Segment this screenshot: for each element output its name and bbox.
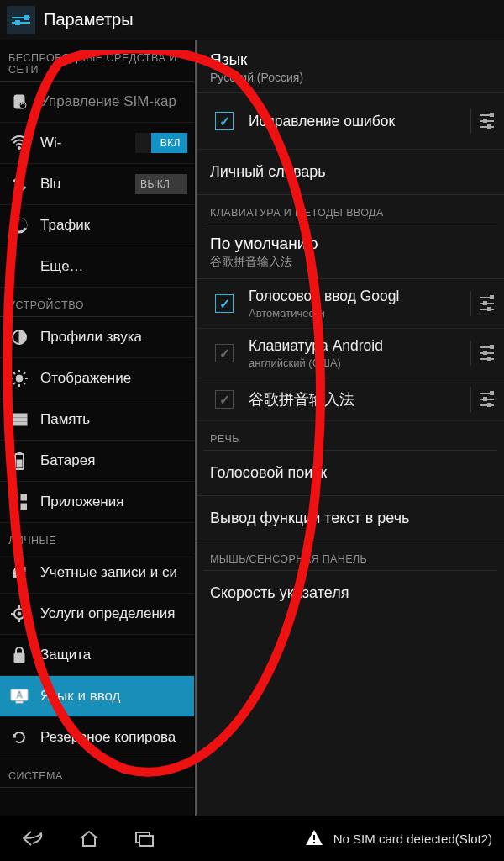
svg-rect-19 bbox=[17, 460, 22, 467]
checkbox bbox=[215, 390, 234, 409]
sliders-icon[interactable] bbox=[470, 108, 496, 134]
sidebar-item-backup[interactable]: Резервное копирова bbox=[0, 717, 194, 758]
row-subtitle: Автоматически bbox=[249, 307, 465, 320]
svg-point-5 bbox=[16, 375, 23, 382]
row-title: Исправление ошибок bbox=[249, 113, 465, 130]
svg-rect-14 bbox=[12, 414, 27, 417]
sidebar-item-label: Память bbox=[40, 411, 187, 428]
category-speech: РЕЧЬ bbox=[197, 421, 504, 450]
recent-button[interactable] bbox=[128, 827, 161, 850]
svg-rect-21 bbox=[21, 494, 27, 500]
svg-rect-23 bbox=[21, 504, 27, 510]
pointer-speed-row[interactable]: Скорость указателя bbox=[197, 571, 504, 615]
checkbox[interactable] bbox=[215, 112, 234, 130]
sidebar-item-location[interactable]: Услуги определения bbox=[0, 594, 194, 635]
svg-rect-30 bbox=[14, 653, 24, 663]
row-subtitle: Русский (Россия) bbox=[210, 71, 491, 84]
sidebar-item-label: Управление SIM-кар bbox=[40, 93, 187, 110]
sidebar-item-more[interactable]: Еще… bbox=[0, 246, 194, 288]
back-button[interactable] bbox=[17, 827, 50, 850]
sidebar-item-audio[interactable]: Профили звука bbox=[0, 317, 194, 358]
checkbox bbox=[215, 344, 234, 362]
tts-row[interactable]: Вывод функции текст в речь bbox=[197, 496, 504, 541]
sidebar-item-data-usage[interactable]: Трафик bbox=[0, 205, 194, 246]
lock-icon bbox=[8, 644, 30, 666]
bluetooth-icon bbox=[8, 173, 30, 195]
sliders-icon[interactable] bbox=[470, 291, 496, 316]
sidebar-item-label: Профили звука bbox=[40, 329, 187, 346]
svg-rect-15 bbox=[12, 418, 27, 421]
svg-rect-33 bbox=[16, 701, 23, 703]
home-button[interactable] bbox=[72, 827, 106, 850]
svg-point-25 bbox=[18, 612, 21, 615]
settings-app-icon bbox=[7, 6, 35, 34]
sidebar-item-sim[interactable]: Управление SIM-кар bbox=[0, 82, 194, 123]
section-header-device: УСТРОЙСТВО bbox=[0, 288, 194, 316]
sync-icon bbox=[8, 562, 30, 584]
svg-line-11 bbox=[24, 383, 25, 384]
sidebar-item-battery[interactable]: Батарея bbox=[0, 441, 194, 482]
svg-rect-36 bbox=[139, 836, 153, 846]
settings-detail-panel: Язык Русский (Россия) Исправление ошибок… bbox=[195, 40, 504, 816]
system-navbar: No SIM card detected(Slot2) bbox=[0, 816, 504, 861]
sidebar-item-language[interactable]: A Язык и ввод bbox=[0, 676, 194, 717]
wifi-icon bbox=[8, 132, 30, 154]
sidebar-item-label: Услуги определения bbox=[40, 605, 187, 622]
keyboard-row-android[interactable]: Клавиатура Android английский (США) bbox=[197, 329, 504, 378]
svg-line-10 bbox=[13, 372, 15, 374]
svg-rect-38 bbox=[313, 842, 315, 843]
default-keyboard-row[interactable]: По умолчанию 谷歌拼音输入法 bbox=[197, 224, 504, 279]
bluetooth-toggle[interactable]: ВЫКЛ bbox=[135, 174, 187, 194]
svg-text:A: A bbox=[16, 690, 22, 700]
voice-search-row[interactable]: Голосовой поиск bbox=[197, 451, 504, 496]
sidebar-item-label: Приложения bbox=[40, 494, 187, 510]
sidebar-item-display[interactable]: Отображение bbox=[0, 358, 194, 399]
warning-icon bbox=[305, 829, 323, 848]
sidebar-item-label: Wi- bbox=[40, 135, 135, 151]
sidebar-item-label: Защита bbox=[40, 647, 187, 663]
blank-icon bbox=[8, 256, 30, 277]
svg-rect-22 bbox=[12, 504, 18, 510]
row-title: Язык bbox=[210, 50, 491, 69]
wifi-toggle[interactable]: ВКЛ bbox=[135, 133, 187, 153]
storage-icon bbox=[8, 409, 30, 430]
category-mouse: МЫШЬ/СЕНСОРНАЯ ПАНЕЛЬ bbox=[197, 541, 504, 570]
dictionary-row[interactable]: Личный словарь bbox=[197, 150, 504, 195]
keyboard-row-google-voice[interactable]: Голосовой ввод Googl Автоматически bbox=[197, 279, 504, 329]
sidebar-item-apps[interactable]: Приложения bbox=[0, 482, 194, 523]
language-icon: A bbox=[8, 685, 30, 707]
sidebar-item-bluetooth[interactable]: Blu ВЫКЛ bbox=[0, 164, 194, 205]
keyboard-row-pinyin[interactable]: 谷歌拼音输入法 bbox=[197, 378, 504, 421]
svg-point-2 bbox=[18, 147, 21, 150]
sidebar-item-label: Еще… bbox=[40, 258, 187, 275]
row-subtitle: английский (США) bbox=[249, 357, 465, 369]
sidebar-item-storage[interactable]: Память bbox=[0, 399, 194, 441]
sidebar-item-label: Язык и ввод bbox=[40, 688, 187, 705]
row-subtitle: 谷歌拼音输入法 bbox=[210, 255, 491, 270]
spellcheck-row[interactable]: Исправление ошибок bbox=[197, 93, 504, 150]
sidebar-item-security[interactable]: Защита bbox=[0, 635, 194, 676]
status-alert[interactable]: No SIM card detected(Slot2) bbox=[305, 829, 504, 848]
sidebar-item-wifi[interactable]: Wi- ВКЛ bbox=[0, 123, 194, 164]
svg-point-1 bbox=[19, 102, 26, 108]
svg-rect-16 bbox=[12, 422, 27, 425]
sidebar-item-label: Батарея bbox=[40, 452, 187, 469]
checkbox[interactable] bbox=[215, 294, 234, 313]
sliders-icon[interactable] bbox=[470, 341, 496, 366]
sidebar-item-accounts[interactable]: Учетные записи и си bbox=[0, 552, 194, 594]
audio-icon bbox=[8, 326, 30, 348]
svg-line-12 bbox=[24, 372, 25, 374]
section-header-system: СИСТЕМА bbox=[0, 758, 194, 787]
sliders-icon[interactable] bbox=[470, 387, 496, 412]
apps-icon bbox=[8, 491, 30, 513]
sim-icon bbox=[8, 91, 30, 113]
row-title: 谷歌拼音输入法 bbox=[249, 389, 465, 409]
page-title: Параметры bbox=[44, 10, 134, 29]
alert-text: No SIM card detected(Slot2) bbox=[333, 832, 492, 846]
language-row[interactable]: Язык Русский (Россия) bbox=[197, 40, 504, 93]
display-icon bbox=[8, 367, 30, 389]
row-title: По умолчанию bbox=[210, 235, 491, 253]
settings-sidebar: БЕСПРОВОДНЫЕ СРЕДСТВА И СЕТИ Управление … bbox=[0, 40, 195, 816]
row-title: Голосовой ввод Googl bbox=[249, 288, 465, 305]
data-usage-icon bbox=[8, 214, 30, 236]
